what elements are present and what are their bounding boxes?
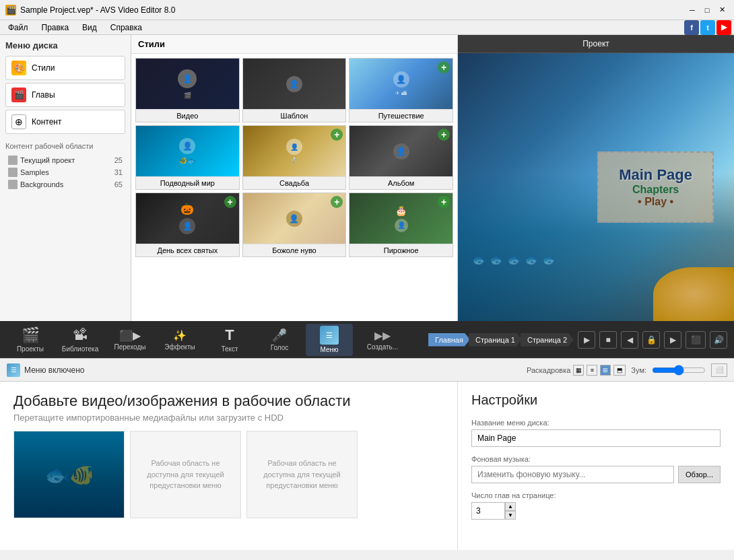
toolbar-projects[interactable]: 🎬 Проекты: [7, 324, 54, 356]
bottom-content: Добавьте видео/изображения в рабочие обл…: [0, 382, 734, 550]
volume-button[interactable]: 🔊: [710, 331, 727, 349]
samples-icon: [8, 168, 18, 177]
disc-menu-field: Название меню диска:: [471, 419, 721, 447]
menu-file[interactable]: Файл: [3, 22, 34, 34]
toolbar-create[interactable]: ▶▶ Создать...: [356, 324, 409, 356]
effects-label: Эффекты: [164, 343, 195, 351]
main-layout: Меню диска 🎨 Стили 🎬 Главы ⊕ Контент Кон…: [0, 35, 734, 321]
status-right: Раскадровка ▦ ≡ ⊞ ⬒ Зум: ⬜: [527, 363, 727, 377]
library-icon: 📽: [73, 326, 88, 344]
preview-panel: Проект 🐟🐟🐟🐟🐟 Main Page Chapters • Play •: [458, 35, 734, 321]
tab-page2[interactable]: Страница 2: [521, 333, 574, 347]
styles-grid-container[interactable]: 👤 🎬 Видео 👤 Шаблон: [131, 54, 457, 321]
chapters-label: Главы: [32, 90, 55, 100]
sidebar-item-samples[interactable]: Samples 31: [5, 166, 125, 178]
style-underwater[interactable]: 👤 🐠🐟 Подводный мир: [135, 125, 240, 190]
list-view-icon[interactable]: ≡: [587, 365, 597, 376]
status-bar: ☰ Меню включено Раскадровка ▦ ≡ ⊞ ⬒ Зум:…: [0, 358, 734, 382]
storyboard-icon[interactable]: ▦: [573, 365, 584, 376]
playback-controls-right: Главная Страница 1 Страница 2 ▶ ■ ◀ 🔒 ▶ …: [428, 331, 727, 349]
sidebar-styles-btn[interactable]: 🎨 Стили: [5, 56, 125, 80]
bottom-right: Настройки Название меню диска: Фоновая м…: [458, 382, 734, 550]
workspace-item-1[interactable]: 🐟🐠: [13, 431, 125, 518]
toolbar-library[interactable]: 📽 Библиотека: [57, 324, 104, 356]
expand-view-btn[interactable]: ⬜: [711, 363, 727, 377]
grid-view-icon[interactable]: ⊞: [600, 365, 611, 376]
sidebar-item-backgrounds[interactable]: Backgrounds 65: [5, 178, 125, 190]
style-boho-label: Божоле нуво: [243, 244, 346, 256]
workspace-item-2[interactable]: Рабочая область не доступна для текущей …: [130, 431, 241, 518]
spinner-up-button[interactable]: ▲: [505, 502, 516, 511]
menu-help[interactable]: Справка: [105, 22, 147, 34]
facebook-icon[interactable]: f: [684, 20, 699, 35]
halloween-add-btn[interactable]: +: [224, 196, 236, 208]
text-label: Текст: [221, 345, 238, 353]
voice-label: Голос: [271, 344, 289, 351]
sidebar-content-btn[interactable]: ⊕ Контент: [5, 110, 125, 134]
sidebar-item-current-project[interactable]: Текущий проект 25: [5, 154, 125, 166]
travel-add-btn[interactable]: +: [438, 61, 450, 73]
style-boho-thumb: + 👤: [243, 193, 346, 244]
style-video[interactable]: 👤 🎬 Видео: [135, 58, 240, 123]
browse-button[interactable]: Обзор...: [678, 466, 721, 483]
youtube-icon[interactable]: ▶: [716, 20, 731, 35]
style-album-thumb: + 👤: [349, 126, 453, 176]
toolbar-effects[interactable]: ✨ Эффекты: [156, 324, 203, 356]
style-album[interactable]: + 👤 Альбом: [349, 125, 453, 190]
maximize-button[interactable]: □: [700, 3, 714, 17]
window-controls: ─ □ ✕: [686, 3, 729, 17]
tab-page1[interactable]: Страница 1: [469, 333, 522, 347]
spinner-down-button[interactable]: ▼: [505, 511, 516, 520]
preview-header: Проект: [458, 35, 734, 53]
lock-button[interactable]: 🔒: [642, 331, 660, 349]
wedding-add-btn[interactable]: +: [331, 129, 343, 141]
fullscreen-button[interactable]: ⬛: [686, 331, 706, 349]
menu-view[interactable]: Вид: [77, 22, 102, 34]
sidebar: Меню диска 🎨 Стили 🎬 Главы ⊕ Контент Кон…: [0, 35, 131, 321]
prev-button[interactable]: ◀: [621, 331, 638, 349]
album-add-btn[interactable]: +: [438, 129, 450, 141]
stop-button[interactable]: ■: [599, 331, 617, 349]
style-halloween[interactable]: + 🎃 👤 День всех святых: [135, 193, 240, 257]
content-icon: ⊕: [11, 114, 26, 129]
play-button[interactable]: ▶: [578, 331, 595, 349]
toolbar-text[interactable]: T Текст: [206, 324, 253, 356]
chapters-spinner: ▲ ▼: [471, 502, 721, 520]
disc-menu-input[interactable]: [471, 429, 721, 447]
bg-music-label: Фоновая музыка:: [471, 455, 721, 463]
toolbar-menu[interactable]: ☰ Меню: [306, 324, 353, 356]
style-boho[interactable]: + 👤 Божоле нуво: [242, 193, 347, 257]
menu-label: Меню: [320, 346, 338, 353]
menu-edit[interactable]: Правка: [36, 22, 75, 34]
toolbar-voice[interactable]: 🎤 Голос: [256, 324, 303, 356]
chapters-value-input[interactable]: [471, 502, 505, 520]
style-underwater-label: Подводный мир: [136, 176, 239, 189]
style-wedding[interactable]: + 👤 💍 Свадьба: [242, 125, 347, 190]
styles-label: Стили: [32, 63, 55, 73]
samples-label: Samples: [20, 168, 49, 176]
bg-music-input[interactable]: [471, 466, 674, 483]
zoom-slider[interactable]: [652, 365, 706, 376]
workspace-item-3[interactable]: Рабочая область не доступна для текущей …: [246, 431, 358, 518]
expand-icon[interactable]: ⬒: [613, 365, 626, 376]
cake-add-btn[interactable]: +: [438, 196, 450, 208]
sidebar-chapters-btn[interactable]: 🎬 Главы: [5, 83, 125, 107]
minimize-button[interactable]: ─: [686, 3, 699, 17]
twitter-icon[interactable]: t: [700, 20, 715, 35]
style-video-label: Видео: [136, 109, 239, 122]
menu-bar: Файл Правка Вид Справка f t ▶: [0, 20, 734, 35]
toolbar-transitions[interactable]: ⬛▶ Переходы: [106, 324, 154, 356]
preview-text-box: Main Page Chapters • Play •: [597, 151, 714, 223]
backgrounds-label: Backgrounds: [20, 180, 63, 188]
tab-home[interactable]: Главная: [428, 333, 470, 347]
create-icon: ▶▶: [374, 329, 391, 342]
boho-add-btn[interactable]: +: [331, 196, 343, 208]
style-template[interactable]: 👤 Шаблон: [242, 58, 347, 123]
style-travel-thumb: + 👤 ✈ 🏙: [349, 59, 453, 109]
styles-grid: 👤 🎬 Видео 👤 Шаблон: [135, 58, 453, 257]
close-button[interactable]: ✕: [715, 3, 729, 17]
next-button[interactable]: ▶: [664, 331, 681, 349]
style-travel[interactable]: + 👤 ✈ 🏙 Путешествие: [349, 58, 453, 123]
zoom-label: Зум:: [631, 366, 646, 374]
style-cake[interactable]: + 🎂 👤 Пирожное: [349, 193, 453, 257]
